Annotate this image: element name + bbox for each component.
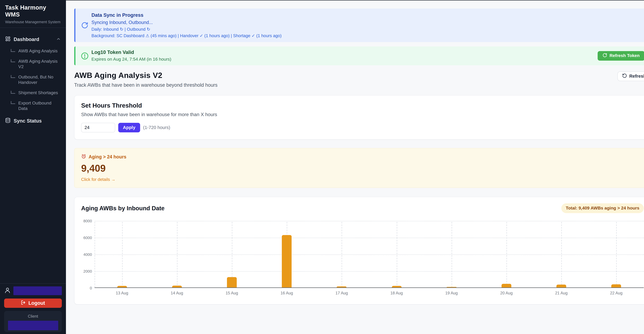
sidebar-item-label: AWB Aging Analysis: [18, 48, 60, 54]
threshold-range-hint: (1-720 hours): [143, 125, 170, 130]
logout-icon: [21, 300, 26, 306]
sidebar-item-awb-aging-analysis-v2[interactable]: AWB Aging Analysis V2: [11, 59, 62, 69]
threshold-input[interactable]: [81, 123, 115, 132]
x-axis-labels: 13 Aug14 Aug15 Aug16 Aug17 Aug18 Aug19 A…: [94, 291, 644, 297]
x-tick-label: 13 Aug: [116, 291, 128, 295]
tree-branch-icon: [11, 49, 15, 52]
logout-label: Logout: [28, 300, 45, 306]
y-tick-label: 6000: [83, 235, 92, 240]
sidebar-item-awb-aging-analysis[interactable]: AWB Aging Analysis: [11, 48, 62, 54]
apply-button[interactable]: Apply: [118, 123, 140, 132]
bar-chart: 02000400060008000: [81, 221, 644, 288]
y-tick-label: 8000: [83, 219, 92, 223]
sync-daily-line[interactable]: Daily: Inbound ↻ | Outbound ↻: [92, 27, 644, 32]
sync-background-line[interactable]: Background: SC Dashboard ⚠ (45 mins ago)…: [92, 33, 644, 38]
page-header: AWB Aging Analysis V2 Track AWBs that ha…: [74, 71, 644, 88]
refresh-icon: [602, 53, 607, 59]
x-tick-label: 18 Aug: [390, 291, 403, 295]
sidebar-header: Task Harmony WMS Warehouse Management Sy…: [0, 0, 66, 28]
client-value-redacted: [8, 320, 58, 330]
circle-alert-icon: [81, 52, 89, 61]
aging-details-link[interactable]: Click for details →: [81, 177, 116, 182]
sidebar-item-outbound-no-handover[interactable]: Outbound, But No Handover: [11, 74, 62, 85]
sidebar-item-label: Sync Status: [14, 118, 61, 124]
user-row: [4, 286, 62, 295]
app-title: Task Harmony WMS: [5, 4, 61, 18]
sidebar-item-sync-status[interactable]: Sync Status: [4, 116, 62, 126]
bar-13-aug[interactable]: [117, 286, 127, 287]
token-banner: Log10 Token Valid Expires on Aug 24, 7:5…: [74, 46, 644, 65]
x-tick-label: 20 Aug: [500, 291, 513, 295]
bar-17-aug[interactable]: [337, 286, 346, 287]
y-tick-label: 2000: [83, 269, 92, 273]
main-content: Data Sync in Progress Syncing Inbound, O…: [66, 0, 644, 304]
tree-branch-icon: [11, 75, 15, 78]
horizontal-gridline: [94, 221, 644, 221]
username-redacted: [14, 286, 62, 295]
page-title: AWB Aging Analysis V2: [74, 71, 218, 80]
threshold-card: Set Hours Threshold Show AWBs that have …: [74, 95, 644, 140]
chevron-up-icon: [56, 37, 61, 42]
sidebar-item-label: Dashboard: [14, 37, 53, 42]
sidebar-footer: Logout Client: [0, 283, 66, 334]
dashboard-subnav: AWB Aging Analysis AWB Aging Analysis V2…: [11, 48, 62, 111]
refresh-token-label: Refresh Token: [610, 53, 640, 58]
sidebar-item-label: Export Outbound Data: [18, 100, 60, 111]
aging-label-row: Aging > 24 hours: [81, 154, 644, 160]
alarm-clock-icon: [81, 154, 86, 160]
vertical-gridline: [396, 222, 397, 287]
threshold-description: Show AWBs that have been in warehouse fo…: [81, 112, 644, 117]
vertical-gridline: [122, 222, 122, 287]
bar-22-aug[interactable]: [612, 284, 621, 287]
client-label: Client: [8, 314, 58, 318]
x-tick-label: 22 Aug: [610, 291, 622, 295]
vertical-gridline: [452, 222, 452, 287]
tree-branch-icon: [11, 59, 15, 62]
bar-18-aug[interactable]: [392, 286, 402, 287]
sidebar-item-shipment-shortages[interactable]: Shipment Shortages: [11, 90, 62, 95]
x-tick-label: 15 Aug: [226, 291, 238, 295]
sidebar-item-label: Shipment Shortages: [18, 90, 60, 95]
threshold-controls: Apply (1-720 hours): [81, 123, 644, 132]
bar-20-aug[interactable]: [502, 284, 511, 287]
page-subtitle: Track AWBs that have been in warehouse b…: [74, 82, 218, 88]
y-tick-label: 4000: [83, 252, 92, 257]
chart-card: Aging AWBs by Inbound Date Total: 9,409 …: [74, 197, 644, 304]
bar-14-aug[interactable]: [172, 286, 182, 287]
x-tick-label: 21 Aug: [555, 291, 568, 295]
refresh-token-button[interactable]: Refresh Token: [598, 51, 644, 61]
plot-area: [94, 221, 644, 288]
bar-16-aug[interactable]: [282, 235, 292, 287]
threshold-title: Set Hours Threshold: [81, 102, 644, 109]
database-icon: [5, 118, 10, 124]
logout-button[interactable]: Logout: [4, 298, 62, 308]
chart-title: Aging AWBs by Inbound Date: [81, 205, 164, 212]
page-header-text: AWB Aging Analysis V2 Track AWBs that ha…: [74, 71, 218, 88]
chart-header: Aging AWBs by Inbound Date Total: 9,409 …: [81, 203, 644, 213]
vertical-gridline: [342, 222, 342, 287]
refresh-label: Refresh: [629, 74, 644, 79]
sidebar-item-dashboard[interactable]: Dashboard: [4, 35, 62, 44]
tree-branch-icon: [11, 91, 15, 94]
tree-branch-icon: [11, 101, 15, 104]
aging-summary-card[interactable]: Aging > 24 hours 9,409 Click for details…: [74, 148, 644, 188]
x-tick-label: 14 Aug: [171, 291, 183, 295]
sidebar-item-label: AWB Aging Analysis V2: [18, 59, 60, 69]
dashboard-grid-icon: [5, 36, 10, 43]
token-banner-subtitle: Expires on Aug 24, 7:54 AM (in 16 hours): [92, 57, 171, 62]
y-axis-labels: 02000400060008000: [81, 221, 94, 288]
bar-19-aug[interactable]: [447, 287, 456, 287]
bar-21-aug[interactable]: [556, 285, 566, 287]
bar-15-aug[interactable]: [227, 277, 237, 287]
refresh-button[interactable]: Refresh: [618, 71, 644, 81]
vertical-gridline: [616, 222, 617, 287]
app-root: Task Harmony WMS Warehouse Management Sy…: [0, 0, 644, 334]
token-banner-title: Log10 Token Valid: [92, 50, 171, 55]
y-tick-label: 0: [90, 286, 92, 290]
user-icon: [4, 287, 11, 294]
sidebar-item-export-outbound-data[interactable]: Export Outbound Data: [11, 100, 62, 111]
token-banner-text: Log10 Token Valid Expires on Aug 24, 7:5…: [92, 50, 171, 62]
sidebar-nav: Dashboard AWB Aging Analysis AWB Aging A…: [0, 28, 66, 126]
vertical-gridline: [94, 222, 95, 287]
sidebar: Task Harmony WMS Warehouse Management Sy…: [0, 0, 66, 334]
